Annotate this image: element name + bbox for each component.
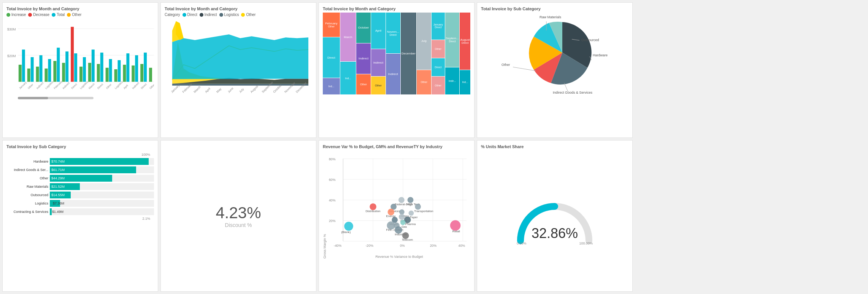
legend-total-dot [52,13,56,17]
svg-text:Other: Other [501,63,510,67]
treemap-cell[interactable]: Direct [323,37,340,78]
svg-text:Other: Other [27,83,34,90]
card5-title: Total Invoice by Sub Category [6,144,154,149]
card7-title: Revenue Var % to Budget, GM% and Revenue… [323,144,470,149]
treemap-col-july: July Other [417,13,431,94]
svg-rect-22 [92,50,95,82]
treemap-cell[interactable]: April [371,13,386,49]
svg-text:Raw Materials: Raw Materials [540,15,562,19]
treemap-cell[interactable]: Other [432,40,444,58]
hbar-label: Indirect Goods & Ser... [6,168,48,172]
svg-text:Indirect Goods & Services: Indirect Goods & Services [553,91,593,94]
treemap-col-feb: February Other Direct Ind... [323,13,340,94]
treemap-cell[interactable]: Indirect [356,43,371,74]
svg-rect-15 [62,63,65,82]
svg-text:Indirect: Indirect [62,81,70,89]
svg-point-115 [399,209,405,214]
treemap-cell[interactable]: Other [432,77,444,94]
treemap-cell[interactable]: Novem... Direct [386,13,400,53]
treemap-cell[interactable]: January Direct [432,13,444,40]
svg-text:80%: 80% [329,157,336,161]
svg-text:-20%: -20% [365,244,373,248]
gauge-min: 0.00% [517,241,527,245]
svg-text:0%: 0% [400,244,405,248]
treemap-cell[interactable]: March [340,13,356,61]
svg-rect-24 [100,53,103,82]
svg-text:May: May [216,87,222,94]
treemap-cell[interactable]: Indirect [386,54,400,94]
svg-point-109 [408,197,414,203]
svg-text:20%: 20% [329,219,336,223]
svg-text:60%: 60% [329,177,336,181]
svg-rect-31 [132,66,135,82]
treemap-cell[interactable]: Other [356,74,371,94]
legend-logistics: Logistics [219,13,239,17]
bottom-pct: 2.1% [6,217,150,220]
treemap-col-aug: August Direct Ind... [460,13,470,94]
svg-text:April: April [123,84,129,90]
legend-increase: Increase [6,13,26,17]
discount-label: Discount % [225,222,252,228]
svg-text:20%: 20% [430,244,437,248]
svg-rect-26 [109,59,112,82]
svg-rect-32 [135,55,138,82]
treemap-cell[interactable]: July [417,13,431,70]
svg-rect-25 [106,68,109,82]
treemap-cell[interactable]: December [401,13,416,94]
hbar-track: $14.55M [50,192,154,198]
treemap-cell[interactable]: Other [371,77,386,94]
treemap-cell[interactable]: Indirect [371,49,386,76]
svg-point-135 [450,220,461,231]
svg-text:Indirect: Indirect [36,81,44,89]
svg-text:June: June [227,86,234,94]
discount-value: 4.23% [216,204,261,222]
svg-rect-5 [19,65,22,82]
card2-title: Total Invoice by Month and Category [165,6,312,11]
hbar-fill: $14.55M [50,192,71,198]
card2-svg: January February March April May June Ju… [165,19,312,99]
card-hbar: Total Invoice by Sub Category 100% Hardw… [2,140,158,292]
svg-text:Transportation: Transportation [414,209,433,213]
svg-text:Hardware: Hardware [593,53,608,57]
svg-rect-17 [71,27,74,81]
treemap-cell[interactable]: August Direct [460,13,470,70]
svg-rect-18 [74,53,77,82]
treemap-cell[interactable]: Septem... Direct [445,13,460,67]
treemap: February Other Direct Ind... March Ind..… [323,13,470,94]
card1-legend: Increase Decrease Total Other [6,13,154,17]
hbar-row-logistics: Logistics $7.36M [6,200,154,207]
svg-text:March: March [193,85,202,94]
svg-rect-28 [117,60,121,82]
svg-rect-9 [36,67,39,82]
treemap-cell[interactable]: Ind... [340,62,356,94]
hbar-row-indirect: Indirect Goods & Ser... $61.71M [6,166,154,173]
treemap-cell[interactable]: Ind... [323,78,340,94]
svg-text:Fed...: Fed... [386,228,394,231]
treemap-cell[interactable]: Indir... [445,67,460,94]
pie-container: Outsourced Raw Materials Other Hardware … [481,13,628,93]
scatter-inner: 80% 60% 40% 20% -40% -20% 0% 20% 40% (Bl… [328,150,470,259]
svg-text:Distribution: Distribution [365,209,380,213]
svg-rect-10 [40,55,43,82]
svg-rect-6 [22,50,25,82]
legend-decrease-dot [28,13,32,17]
treemap-cell[interactable]: October [356,13,371,43]
hbar-row-outsourced: Outsourced $14.55M [6,192,154,198]
hbar-track: $61.71M [50,166,154,173]
svg-rect-35 [149,68,152,82]
treemap-cell[interactable]: Direct [432,58,444,76]
svg-text:Telecom: Telecom [402,238,413,241]
card-scatter: Revenue Var % to Budget, GM% and Revenue… [319,140,474,292]
treemap-cell[interactable]: Other [417,70,431,94]
card-discount: 4.23% Discount % [160,140,316,292]
legend-indirect-dot [200,13,203,17]
svg-line-77 [513,67,536,71]
svg-rect-11 [44,69,48,82]
treemap-col-dec: December [401,13,416,94]
svg-rect-16 [65,51,68,82]
treemap-cell[interactable]: Ind... [460,70,470,94]
hbar-row-other: Other $44.29M [6,175,154,182]
svg-rect-14 [57,48,60,82]
treemap-cell[interactable]: February Other [323,13,340,37]
treemap-col-jan: January Direct Other Direct Other [432,13,444,94]
